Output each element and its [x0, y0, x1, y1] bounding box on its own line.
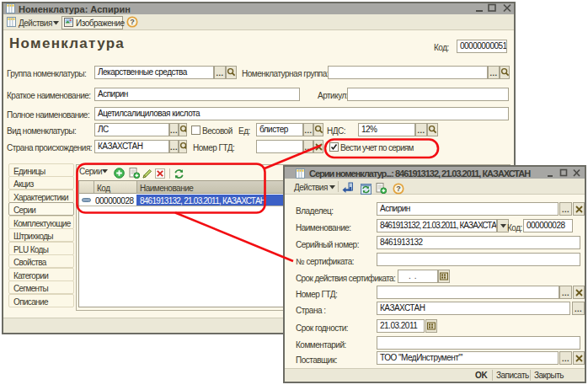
svg-text:?: ? — [396, 184, 401, 193]
svg-text:?: ? — [130, 18, 135, 26]
